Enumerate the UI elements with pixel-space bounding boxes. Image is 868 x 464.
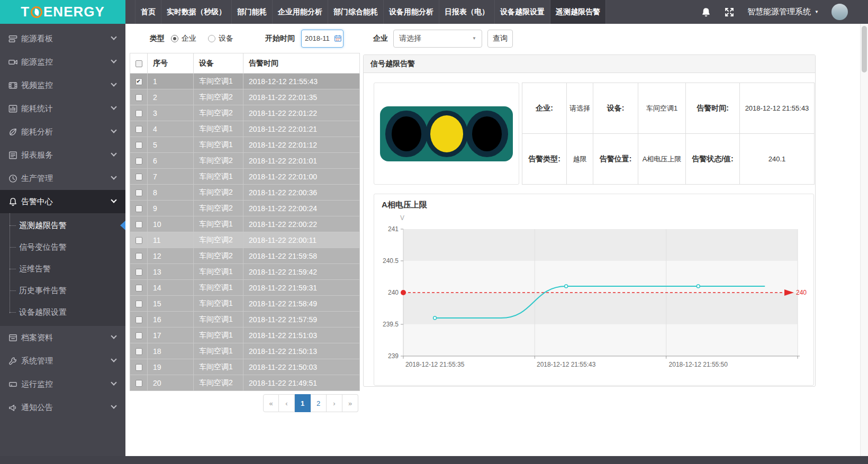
row-checkbox[interactable] xyxy=(135,94,142,101)
row-checkbox[interactable] xyxy=(135,237,142,244)
start-time-value[interactable] xyxy=(305,34,332,42)
nav-item-device-energy-analysis[interactable]: 设备用能分析 xyxy=(383,0,439,24)
nav-item-daily-report-electric[interactable]: 日报表（电） xyxy=(439,0,494,24)
table-row[interactable]: 17车间空调12018-11-22 21:51:03 xyxy=(130,327,360,343)
table-row[interactable]: 1车间空调12018-12-12 21:55:43 xyxy=(130,74,360,89)
query-button[interactable]: 查询 xyxy=(487,30,513,48)
radio-device-label[interactable]: 设备 xyxy=(219,34,233,43)
wrench-icon xyxy=(8,356,18,366)
row-checkbox[interactable] xyxy=(135,142,142,149)
col-header-no: 序号 xyxy=(148,53,194,74)
pagination-page-2[interactable]: 2 xyxy=(311,394,327,412)
nav-item-telemetry-limit-alarm[interactable]: 遥测越限告警 xyxy=(550,0,606,24)
row-checkbox[interactable] xyxy=(135,332,142,339)
sidebar-item-system-management[interactable]: 系统管理 xyxy=(0,349,125,372)
fullscreen-icon[interactable] xyxy=(724,7,735,17)
company-select[interactable]: 请选择 ▼ xyxy=(393,30,482,48)
table-row[interactable]: 20车间空调22018-11-22 21:49:51 xyxy=(130,375,360,391)
table-row[interactable]: 4车间空调12018-11-22 22:01:21 xyxy=(130,121,360,137)
avatar[interactable] xyxy=(831,4,848,20)
row-checkbox[interactable] xyxy=(135,316,142,323)
megaphone-icon xyxy=(8,403,18,413)
row-checkbox[interactable] xyxy=(135,269,142,276)
row-checkbox-cell xyxy=(130,201,148,216)
sidebar-item-energy-statistics[interactable]: 能耗统计 xyxy=(0,97,125,120)
system-menu[interactable]: 智慧能源管理系统 ▼ xyxy=(747,7,819,17)
sidebar-subitem-signal-change-alarm[interactable]: 信号变位告警 xyxy=(0,236,125,258)
sidebar-item-energy-dashboard[interactable]: 能源看板 xyxy=(0,27,125,50)
sidebar-item-report-service[interactable]: 报表服务 xyxy=(0,143,125,167)
scrollbar-track[interactable] xyxy=(860,24,868,456)
table-row[interactable]: 5车间空调12018-11-22 22:01:12 xyxy=(130,137,360,153)
pagination-first-page[interactable]: « xyxy=(263,394,279,412)
nav-item-company-energy-analysis[interactable]: 企业用能分析 xyxy=(272,0,328,24)
nav-item-dept-energy[interactable]: 部门能耗 xyxy=(231,0,272,24)
scrollbar-thumb[interactable] xyxy=(862,26,867,72)
row-checkbox[interactable] xyxy=(135,126,142,133)
row-checkbox-cell xyxy=(130,185,148,201)
table-row[interactable]: 19车间空调12018-11-22 21:50:03 xyxy=(130,359,360,375)
row-checkbox[interactable] xyxy=(135,364,142,371)
row-checkbox[interactable] xyxy=(135,348,142,355)
table-row[interactable]: 3车间空调22018-11-22 22:01:22 xyxy=(130,105,360,121)
sidebar-subitem-history-event-alarm[interactable]: 历史事件告警 xyxy=(0,279,125,301)
table-row[interactable]: 16车间空调12018-11-22 21:57:59 xyxy=(130,312,360,327)
table-row[interactable]: 15车间空调12018-11-22 21:58:49 xyxy=(130,296,360,312)
radio-device[interactable] xyxy=(208,35,215,42)
table-row[interactable]: 12车间空调22018-11-22 21:59:58 xyxy=(130,248,360,264)
row-checkbox[interactable] xyxy=(135,78,142,85)
cell-time: 2018-11-22 22:00:36 xyxy=(243,185,360,201)
sidebar-item-energy-analysis[interactable]: 能耗分析 xyxy=(0,120,125,143)
row-checkbox[interactable] xyxy=(135,158,142,165)
row-checkbox[interactable] xyxy=(135,205,142,212)
table-row[interactable]: 9车间空调22018-11-22 22:00:24 xyxy=(130,201,360,216)
sidebar-subitem-ops-alarm[interactable]: 运维告警 xyxy=(0,258,125,279)
sidebar-item-production-management[interactable]: 生产管理 xyxy=(0,167,125,190)
row-checkbox[interactable] xyxy=(135,221,142,228)
row-checkbox[interactable] xyxy=(135,253,142,260)
clock-icon xyxy=(8,174,18,184)
sidebar-subitem-telemetry-limit-alarm[interactable]: 遥测越限告警 xyxy=(0,214,125,236)
info-value: 请选择 xyxy=(567,83,593,134)
sidebar-subitem-device-limit-settings[interactable]: 设备越限设置 xyxy=(0,301,125,323)
pagination-prev-page[interactable]: ‹ xyxy=(279,394,295,412)
table-row[interactable]: 2车间空调22018-11-22 22:01:35 xyxy=(130,89,360,105)
table-row[interactable]: 18车间空调12018-11-22 21:50:13 xyxy=(130,343,360,359)
pagination-page-1[interactable]: 1 xyxy=(295,394,311,412)
pagination-last-page[interactable]: » xyxy=(342,394,358,412)
table-row[interactable]: 10车间空调12018-11-22 22:00:22 xyxy=(130,216,360,232)
nav-item-realtime-data[interactable]: 实时数据（秒级） xyxy=(161,0,231,24)
sidebar-item-alarm-center[interactable]: 告警中心 xyxy=(0,190,125,213)
bell-icon[interactable] xyxy=(701,7,711,17)
sidebar-item-operation-monitoring[interactable]: 运行监控 xyxy=(0,372,125,396)
logo[interactable]: T ENERGY xyxy=(0,0,125,24)
sidebar: 能源看板能源监控视频监控能耗统计能耗分析报表服务生产管理告警中心遥测越限告警信号… xyxy=(0,24,125,464)
nav-item-device-limit-settings[interactable]: 设备越限设置 xyxy=(494,0,550,24)
row-checkbox[interactable] xyxy=(135,301,142,307)
row-checkbox[interactable] xyxy=(135,380,142,387)
table-row[interactable]: 14车间空调12018-11-22 21:59:31 xyxy=(130,280,360,296)
table-row[interactable]: 6车间空调22018-11-22 22:01:01 xyxy=(130,153,360,169)
select-all-checkbox[interactable] xyxy=(135,60,142,67)
radio-company[interactable] xyxy=(171,35,178,42)
radio-company-label[interactable]: 企业 xyxy=(182,34,196,43)
table-row[interactable]: 13车间空调12018-11-22 21:59:42 xyxy=(130,264,360,280)
table-row[interactable]: 7车间空调12018-11-22 22:01:00 xyxy=(130,169,360,185)
pagination-next-page[interactable]: › xyxy=(327,394,342,412)
table-row[interactable]: 8车间空调22018-11-22 22:00:36 xyxy=(130,185,360,201)
row-checkbox[interactable] xyxy=(135,189,142,196)
nav-item-home[interactable]: 首页 xyxy=(135,0,161,24)
sidebar-item-energy-monitoring[interactable]: 能源监控 xyxy=(0,50,125,74)
cell-device: 车间空调2 xyxy=(194,153,243,169)
nav-item-dept-comprehensive-energy[interactable]: 部门综合能耗 xyxy=(328,0,383,24)
start-time-input[interactable] xyxy=(301,30,343,48)
row-checkbox[interactable] xyxy=(135,174,142,180)
cell-device: 车间空调1 xyxy=(194,137,243,153)
row-checkbox[interactable] xyxy=(135,285,142,292)
sidebar-item-notice-announcement[interactable]: 通知公告 xyxy=(0,396,125,419)
row-checkbox[interactable] xyxy=(135,110,142,117)
calendar-icon[interactable] xyxy=(334,34,342,42)
table-row[interactable]: 11车间空调22018-11-22 22:00:11 xyxy=(130,232,360,248)
sidebar-item-archive-data[interactable]: 档案资料 xyxy=(0,326,125,349)
sidebar-item-video-monitoring[interactable]: 视频监控 xyxy=(0,74,125,97)
